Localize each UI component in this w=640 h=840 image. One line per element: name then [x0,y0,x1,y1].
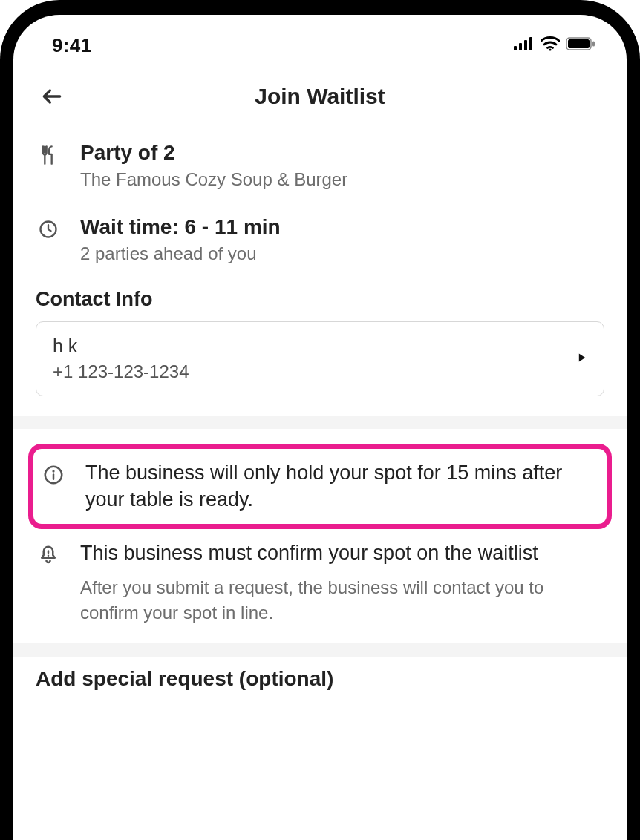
svg-point-13 [48,554,50,557]
back-button[interactable] [36,80,68,113]
svg-rect-6 [568,39,590,48]
hold-spot-notice: The business will only hold your spot fo… [41,453,599,519]
wait-time-label: Wait time: 6 - 11 min [80,215,281,239]
highlight-annotation: The business will only hold your spot fo… [28,444,612,529]
svg-rect-0 [514,46,517,50]
device-frame: 9:41 [0,0,640,840]
parties-ahead-label: 2 parties ahead of you [80,243,281,264]
status-bar: 9:41 [13,15,627,67]
bell-alert-icon [36,542,61,568]
restaurant-name: The Famous Cozy Soup & Burger [80,169,347,190]
wait-time-row: Wait time: 6 - 11 min 2 parties ahead of… [36,200,604,275]
content: Party of 2 The Famous Cozy Soup & Burger… [13,126,627,691]
svg-rect-3 [529,37,532,50]
status-icons [514,36,595,54]
special-request-label[interactable]: Add special request (optional) [36,667,604,691]
caret-right-icon [577,352,587,366]
svg-rect-11 [53,473,55,480]
cellular-icon [514,37,535,53]
status-time: 9:41 [52,34,91,57]
notices: The business will only hold your spot fo… [36,429,604,643]
clock-icon [36,217,61,242]
svg-point-10 [52,470,54,472]
section-divider [13,643,627,657]
restaurant-icon [36,142,61,168]
svg-rect-2 [524,40,527,50]
page-title: Join Waitlist [255,84,385,109]
contact-info-label: Contact Info [36,288,604,311]
svg-rect-1 [519,43,522,50]
contact-phone: +1 123-123-1234 [53,361,189,382]
svg-rect-7 [592,42,595,47]
party-size-label: Party of 2 [80,141,347,165]
contact-card[interactable]: h k +1 123-123-1234 [36,321,604,396]
svg-point-4 [549,48,551,50]
confirm-spot-title: This business must confirm your spot on … [80,539,604,566]
arrow-left-icon [40,85,64,108]
battery-icon [566,37,595,53]
info-icon [41,462,66,488]
contact-name: h k [53,335,189,357]
confirm-spot-body: After you submit a request, the business… [80,575,604,625]
section-divider [13,416,627,429]
confirm-spot-notice: This business must confirm your spot on … [36,529,604,636]
party-row: Party of 2 The Famous Cozy Soup & Burger [36,126,604,200]
hold-spot-text: The business will only hold your spot fo… [85,459,599,513]
header: Join Waitlist [13,67,627,126]
screen: 9:41 [13,15,627,840]
svg-rect-12 [48,550,50,554]
wifi-icon [541,36,560,54]
